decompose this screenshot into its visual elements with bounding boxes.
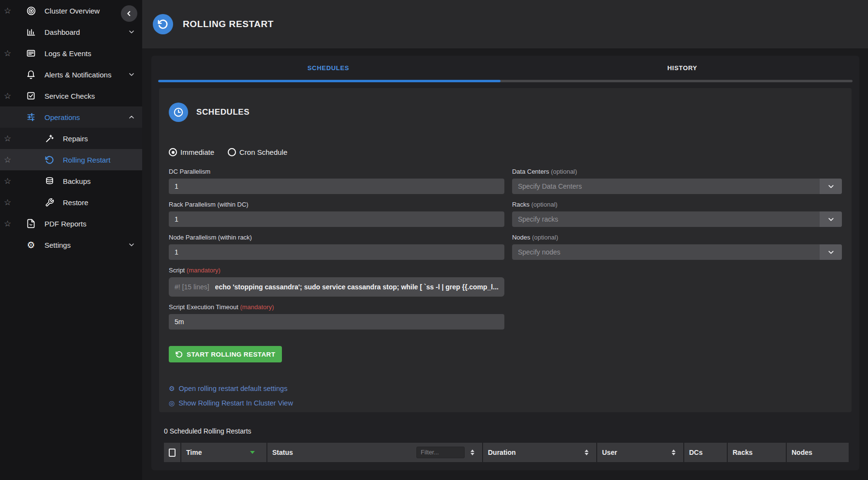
rack-parallelism-label: Rack Parallelism (within DC) (169, 201, 504, 209)
sidebar-collapse-button[interactable] (121, 5, 137, 22)
radio-immediate[interactable]: Immediate (169, 148, 214, 156)
field-nodes: Nodes (optional) Specify nodes (512, 234, 842, 260)
schedules-form: DC Parallelism Rack Parallelism (within … (169, 168, 842, 407)
pdf-file-icon (25, 218, 37, 229)
chevron-left-icon (125, 10, 133, 17)
sort-toggle-icon[interactable] (471, 450, 474, 455)
chevron-down-icon[interactable] (128, 28, 135, 36)
bullseye-icon: ◎ (169, 400, 175, 406)
dc-parallelism-input[interactable] (169, 179, 504, 194)
script-timeout-label: Script Execution Timeout (mandatory) (169, 303, 504, 311)
tab-indicator-active (158, 80, 500, 82)
sliders-icon (25, 111, 37, 123)
favorite-star-icon[interactable]: ☆ (4, 155, 16, 165)
radio-cron-schedule[interactable]: Cron Schedule (228, 148, 287, 156)
sidebar-item-pdf-reports[interactable]: ☆ PDF Reports (0, 213, 142, 234)
sidebar-item-service-checks[interactable]: ☆ Service Checks (0, 85, 142, 106)
wrench-icon (44, 196, 55, 208)
favorite-star-icon[interactable]: ☆ (4, 6, 16, 16)
page-header: ROLLING RESTART (142, 0, 868, 48)
field-node-parallelism: Node Parallelism (within rack) (169, 234, 504, 260)
database-icon (44, 175, 55, 187)
column-header-user[interactable]: User (597, 443, 683, 462)
sidebar-item-label: Restore (63, 198, 88, 207)
sidebar-item-settings[interactable]: ⚙ Settings (0, 234, 142, 255)
sidebar-item-backups[interactable]: ☆ Backups (0, 170, 142, 192)
clock-icon (169, 103, 188, 122)
column-header-dcs[interactable]: DCs (684, 443, 727, 462)
favorite-star-icon[interactable]: ☆ (4, 134, 16, 144)
data-centers-placeholder: Specify Data Centers (512, 182, 820, 190)
select-all-checkbox[interactable] (169, 449, 176, 457)
sort-desc-icon[interactable] (250, 451, 255, 454)
sidebar-item-operations[interactable]: Operations (0, 106, 142, 128)
radio-immediate-label: Immediate (180, 148, 214, 156)
favorite-star-icon[interactable]: ☆ (4, 219, 16, 229)
favorite-star-icon[interactable]: ☆ (4, 91, 16, 101)
open-defaults-link[interactable]: ⚙ Open rolling restart default settings (169, 385, 504, 392)
dropdown-chevron-button[interactable] (820, 211, 842, 227)
node-parallelism-input[interactable] (169, 244, 504, 260)
start-rolling-restart-button[interactable]: START ROLLING RESTART (169, 346, 282, 362)
sort-toggle-icon[interactable] (672, 450, 676, 455)
sidebar-item-restore[interactable]: ☆ Restore (0, 192, 142, 213)
radio-unselected-icon[interactable] (228, 148, 236, 156)
rack-parallelism-input[interactable] (169, 211, 504, 227)
radio-selected-icon[interactable] (169, 148, 177, 156)
nodes-select[interactable]: Specify nodes (512, 244, 842, 260)
dropdown-chevron-button[interactable] (820, 244, 842, 260)
sidebar-item-alerts-notifications[interactable]: Alerts & Notifications (0, 64, 142, 85)
sidebar-item-logs-events[interactable]: ☆ Logs & Events (0, 43, 142, 64)
page-title: ROLLING RESTART (183, 19, 274, 30)
sidebar-item-label: Service Checks (44, 92, 95, 100)
rotate-ccw-icon (176, 351, 183, 358)
favorite-star-icon[interactable]: ☆ (4, 48, 16, 59)
script-timeout-input[interactable] (169, 314, 504, 330)
data-centers-select[interactable]: Specify Data Centers (512, 179, 842, 194)
tab-bar: SCHEDULES HISTORY (151, 56, 859, 80)
chevron-up-icon[interactable] (128, 113, 135, 121)
field-script: Script (mandatory) #! [15 lines] echo 's… (169, 267, 504, 297)
favorite-star-icon[interactable]: ☆ (4, 176, 16, 186)
dropdown-chevron-button[interactable] (820, 179, 842, 194)
chevron-down-icon[interactable] (128, 71, 135, 78)
column-header-nodes[interactable]: Nodes (787, 443, 849, 462)
status-filter-input[interactable] (416, 447, 465, 458)
show-cluster-view-link[interactable]: ◎ Show Rolling Restart In Cluster View (169, 399, 504, 407)
open-defaults-link-label: Open rolling restart default settings (179, 385, 288, 392)
dc-parallelism-label: DC Parallelism (169, 168, 504, 176)
panel-links: ⚙ Open rolling restart default settings … (169, 385, 504, 407)
sidebar-item-label: Operations (44, 113, 80, 121)
gear-icon: ⚙ (169, 385, 175, 392)
racks-column-label: Racks (733, 449, 752, 456)
tab-history[interactable]: HISTORY (505, 56, 859, 80)
sidebar-item-dashboard[interactable]: Dashboard (0, 21, 142, 43)
nodes-column-label: Nodes (792, 449, 812, 456)
sidebar-item-label: Rolling Restart (63, 156, 110, 164)
sidebar-item-repairs[interactable]: ☆ Repairs (0, 128, 142, 149)
chevron-down-icon (827, 182, 835, 191)
chevron-down-icon[interactable] (128, 241, 135, 249)
sort-toggle-icon[interactable] (585, 450, 588, 455)
field-dc-parallelism: DC Parallelism (169, 168, 504, 194)
schedule-type-radios: Immediate Cron Schedule (169, 148, 842, 156)
script-value: echo 'stopping cassandra'; sudo service … (215, 283, 499, 291)
sidebar-item-rolling-restart[interactable]: ☆ Rolling Restart (0, 149, 142, 170)
column-header-racks[interactable]: Racks (728, 443, 786, 462)
show-cluster-view-link-label: Show Rolling Restart In Cluster View (178, 399, 293, 407)
field-racks: Racks (optional) Specify racks (512, 201, 842, 227)
script-lines-badge: #! [15 lines] (175, 283, 209, 291)
scheduled-restarts-table: 0 Scheduled Rolling Restarts Time Status (164, 427, 849, 462)
sidebar-item-label: Alerts & Notifications (44, 71, 111, 79)
main-area: ROLLING RESTART SCHEDULES HISTORY SCHEDU… (142, 0, 868, 480)
column-header-status[interactable]: Status (267, 443, 482, 462)
dcs-column-label: DCs (689, 449, 703, 456)
script-input[interactable]: #! [15 lines] echo 'stopping cassandra';… (169, 277, 504, 297)
form-right-column: Data Centers (optional) Specify Data Cen… (512, 168, 842, 267)
column-header-time[interactable]: Time (181, 443, 266, 462)
tab-schedules[interactable]: SCHEDULES (151, 56, 505, 80)
favorite-star-icon[interactable]: ☆ (4, 197, 16, 208)
gear-icon: ⚙ (25, 239, 37, 251)
racks-select[interactable]: Specify racks (512, 211, 842, 227)
column-header-duration[interactable]: Duration (483, 443, 596, 462)
